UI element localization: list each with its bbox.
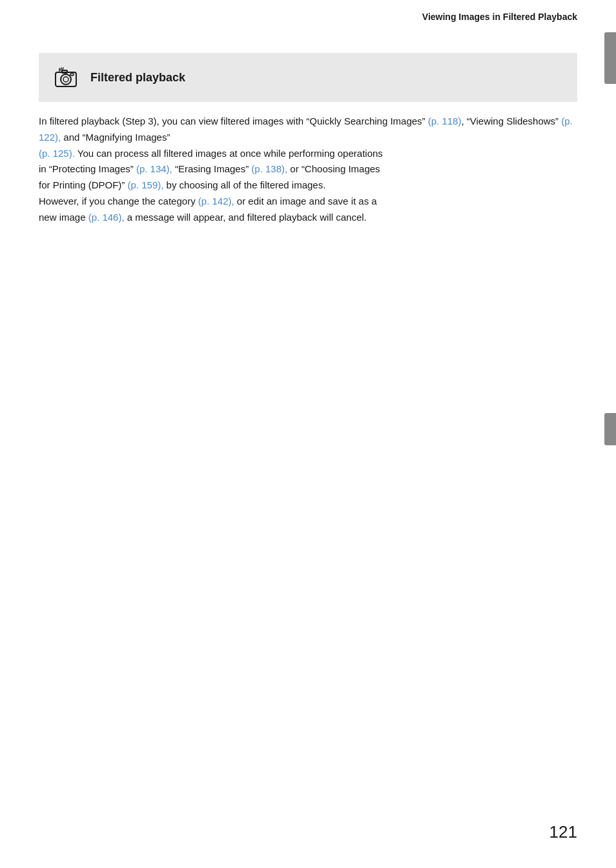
link-p122[interactable]: (p. 122), (39, 116, 573, 143)
page-number: 121 (549, 822, 577, 842)
section-box: Filtered playback (39, 53, 577, 102)
link-p138[interactable]: (p. 138), (251, 163, 287, 174)
right-tab-top (604, 32, 616, 84)
body-text: In filtered playback (Step 3), you can v… (39, 114, 577, 225)
page-header: Viewing Images in Filtered Playback (0, 0, 616, 34)
svg-rect-4 (70, 74, 74, 76)
link-p146[interactable]: (p. 146), (88, 212, 125, 223)
link-p125[interactable]: (p. 125). (39, 148, 75, 159)
page-header-title: Viewing Images in Filtered Playback (422, 12, 577, 22)
content-area: Filtered playback In filtered playback (… (0, 34, 616, 251)
right-tab-lower (604, 413, 616, 445)
svg-line-6 (61, 68, 61, 70)
link-p134[interactable]: (p. 134), (136, 163, 172, 174)
body-paragraph: In filtered playback (Step 3), you can v… (39, 114, 577, 225)
link-p142[interactable]: (p. 142), (198, 196, 234, 207)
section-title: Filtered playback (90, 71, 185, 85)
svg-point-2 (63, 77, 68, 82)
link-p159[interactable]: (p. 159), (128, 179, 164, 190)
svg-point-1 (61, 74, 71, 85)
filtered-playback-icon (50, 62, 81, 93)
link-p118[interactable]: (p. 118) (428, 116, 462, 126)
